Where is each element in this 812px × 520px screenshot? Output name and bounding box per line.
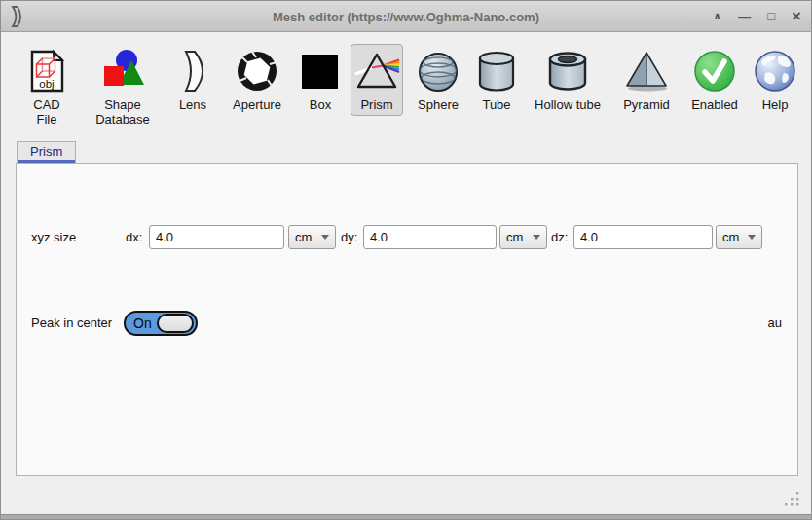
chevron-down-icon [321, 235, 329, 240]
toolbar-label: CAD File [33, 97, 59, 127]
toolbar-label: Pyramid [623, 97, 670, 112]
xyz-size-row: xyz size dx: cm dy: cm dz: cm [17, 225, 797, 250]
tab-bar: Prism [17, 141, 76, 163]
toolbar-label: Tube [482, 97, 510, 112]
aperture-icon [234, 48, 280, 94]
toolbar-label: Enabled [691, 97, 738, 112]
titlebar[interactable]: Mesh editor (https://www.Oghma-Nano.com)… [1, 1, 811, 32]
tab-label: Prism [18, 142, 75, 160]
toolbar-button-hollow-tube[interactable]: Hollow tube [527, 44, 609, 116]
toolbar-button-sphere[interactable]: Sphere [410, 44, 466, 116]
hollow-tube-icon [544, 48, 591, 94]
toolbar-button-cad-file[interactable]: obj CAD File [17, 44, 77, 130]
toolbar-button-lens[interactable]: Lens [168, 44, 217, 116]
box-icon [297, 48, 344, 94]
pyramid-icon [623, 48, 670, 94]
peak-in-center-toggle[interactable]: On [124, 311, 198, 336]
tube-icon [473, 48, 520, 94]
toolbar-button-help[interactable]: Help [752, 44, 798, 116]
xyz-size-label: xyz size [31, 225, 76, 249]
dy-label: dy: [341, 225, 357, 249]
toolbar-label: Sphere [418, 97, 459, 112]
peak-in-center-row: Peak in center On au [17, 311, 797, 336]
toolbar-button-shape-database[interactable]: Shape Database [84, 44, 162, 130]
tab-active-underline [18, 160, 75, 163]
tab-prism[interactable]: Prism [17, 141, 76, 163]
toolbar: obj CAD File Shape Database Lens [17, 44, 811, 130]
shape-database-icon [99, 48, 146, 94]
dy-input[interactable] [363, 225, 497, 249]
toolbar-label: Aperture [233, 97, 281, 112]
enabled-check-icon [691, 48, 738, 94]
chevron-down-icon [533, 235, 540, 240]
toolbar-label: Hollow tube [535, 97, 601, 112]
window-controls: ∧ — □ × [713, 1, 801, 31]
window-title: Mesh editor (https://www.Oghma-Nano.com) [273, 9, 539, 23]
toggle-knob [157, 314, 194, 333]
chevron-down-icon [748, 235, 756, 240]
toolbar-button-tube[interactable]: Tube [473, 44, 520, 116]
svg-text:obj: obj [39, 78, 54, 90]
mesh-editor-window: Mesh editor (https://www.Oghma-Nano.com)… [0, 0, 812, 520]
dx-label: dx: [126, 225, 142, 249]
window-bottom-border [1, 514, 811, 519]
toggle-state-label: On [133, 316, 152, 331]
toolbar-label: Prism [360, 97, 392, 112]
toolbar-button-prism[interactable]: Prism [351, 44, 403, 116]
close-button[interactable]: × [792, 8, 801, 24]
toolbar-label: Box [310, 97, 331, 112]
dy-unit-value: cm [506, 230, 523, 244]
sphere-icon [415, 48, 461, 94]
peak-unit-label: au [768, 311, 782, 336]
dx-unit-value: cm [295, 230, 312, 244]
prism-icon [353, 48, 400, 94]
toolbar-label: Shape Database [95, 97, 150, 127]
toolbar-button-aperture[interactable]: Aperture [224, 44, 290, 116]
dx-input[interactable] [149, 225, 284, 249]
minimize-button[interactable]: — [738, 10, 751, 22]
help-globe-icon [752, 48, 798, 94]
dy-unit-select[interactable]: cm [499, 225, 547, 249]
cad-file-icon: obj [23, 48, 70, 94]
resize-grip[interactable] [783, 490, 800, 507]
maximize-button[interactable]: □ [767, 10, 775, 22]
prism-settings-pane: xyz size dx: cm dy: cm dz: cm Peak in ce… [16, 163, 798, 476]
peak-in-center-label: Peak in center [31, 311, 112, 336]
lens-icon [169, 48, 216, 94]
toolbar-label: Help [762, 97, 789, 112]
dz-input[interactable] [573, 225, 713, 249]
dz-unit-value: cm [722, 230, 739, 244]
window-lens-icon[interactable] [9, 5, 24, 32]
toolbar-label: Lens [179, 97, 206, 112]
toolbar-button-pyramid[interactable]: Pyramid [615, 44, 678, 116]
dz-label: dz: [551, 225, 568, 249]
toolbar-button-enabled[interactable]: Enabled [684, 44, 745, 116]
shade-button[interactable]: ∧ [713, 11, 721, 21]
dz-unit-select[interactable]: cm [716, 225, 762, 249]
dx-unit-select[interactable]: cm [288, 225, 336, 249]
toolbar-button-box[interactable]: Box [297, 44, 344, 116]
